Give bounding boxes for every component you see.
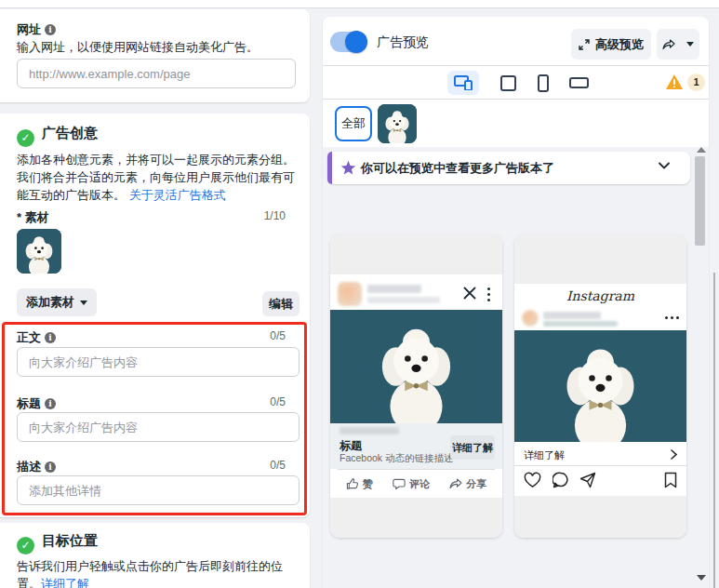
instagram-logo: Instagram (514, 288, 686, 303)
format-landscape-button[interactable] (563, 71, 594, 95)
body-field-label-row: 正文 (17, 328, 56, 346)
info-icon[interactable] (45, 461, 56, 473)
caret-down-icon (80, 301, 87, 305)
toggle-knob (345, 31, 367, 53)
destination-title: 目标位置 (42, 532, 98, 548)
format-all-devices-button[interactable] (447, 71, 479, 95)
comment-button[interactable]: 评论 (393, 477, 430, 491)
instagram-ad-image (514, 330, 686, 442)
title-field-counter: 0/5 (270, 395, 286, 408)
tab-all-label: 全部 (341, 115, 366, 132)
window-scrollbar-thumb[interactable] (713, 273, 715, 588)
instagram-preview-card: Instagram 详细了解 (514, 234, 686, 538)
facebook-action-row: 赞 评论 分享 (330, 470, 502, 498)
advanced-preview-label: 高级预览 (595, 36, 644, 53)
ad-preview-toggle-label: 广告预览 (377, 34, 429, 51)
like-button[interactable]: 赞 (346, 477, 373, 491)
edit-button[interactable]: 编辑 (262, 291, 300, 316)
info-icon[interactable] (45, 398, 56, 409)
tab-all-versions[interactable]: 全部 (335, 106, 372, 141)
expand-icon (579, 39, 590, 50)
preview-panel: 广告预览 高级预览 (323, 17, 709, 588)
instagram-divider (514, 465, 686, 466)
share-button[interactable] (657, 29, 699, 60)
share-arrow-icon (449, 478, 462, 489)
instagram-preview-chrome (514, 234, 686, 284)
material-label-row: * 素材 (17, 208, 49, 226)
scrollbar-up-arrow[interactable] (697, 147, 706, 153)
redacted-sponsored-label (367, 297, 440, 303)
info-icon[interactable] (45, 332, 56, 343)
destination-card: 目标位置 告诉我们用户轻触或点击你的广告后即刻前往的位置。详细了解 (0, 523, 310, 588)
scrollbar-down-arrow[interactable] (697, 575, 706, 581)
bookmark-icon[interactable] (664, 472, 677, 488)
close-icon[interactable] (463, 287, 476, 300)
description-field-input[interactable] (17, 475, 300, 505)
scrollbar-thumb[interactable] (695, 156, 705, 246)
material-counter: 1/10 (264, 209, 286, 222)
banner-accent-bar (327, 152, 332, 184)
ad-creative-card: 广告创意 添加各种创意元素，并将可以一起展示的元素分组。我们将合并合适的元素，向… (0, 114, 310, 517)
format-square-button[interactable] (492, 71, 524, 95)
comment-label: 评论 (409, 477, 430, 491)
url-input[interactable] (17, 59, 296, 88)
edit-label: 编辑 (269, 297, 293, 311)
warning-icon[interactable] (665, 74, 684, 90)
format-row-divider (323, 99, 709, 100)
ads-manager-screen: 网址 输入网址，以便使用网站链接自动美化广告。 广告创意 添加各种创意元素，并将… (0, 0, 719, 588)
ad-preview-toggle[interactable] (330, 32, 367, 52)
advanced-preview-button[interactable]: 高级预览 (571, 29, 651, 60)
share-icon (662, 39, 675, 50)
facebook-cta-button[interactable]: 详细了解 (450, 435, 495, 460)
title-field-label: 标题 (17, 396, 41, 410)
description-field-counter: 0/5 (270, 459, 286, 472)
creative-description: 添加各种创意元素，并将可以一起展示的元素分组。我们将合并合适的元素，向每位用户展… (17, 151, 298, 204)
body-field-counter: 0/5 (270, 329, 286, 342)
info-icon[interactable] (45, 24, 56, 35)
url-label: 网址 (17, 22, 41, 36)
facebook-preview-chrome (330, 234, 502, 274)
body-field-input[interactable] (17, 347, 300, 377)
description-field-label-row: 描述 (17, 458, 56, 475)
check-circle-icon (17, 129, 34, 147)
material-thumbnail[interactable] (17, 229, 61, 274)
banner-text: 你可以在预览中查看更多广告版本了 (361, 160, 554, 177)
redacted-account-name (543, 312, 601, 319)
comment-bubble-icon[interactable] (553, 472, 569, 488)
caret-down-icon (686, 42, 694, 47)
devices-icon (454, 75, 473, 90)
toolbar-divider (323, 65, 709, 66)
url-help-text: 输入网址，以便使用网站链接自动美化广告。 (17, 38, 259, 56)
check-circle-icon (17, 537, 34, 555)
facebook-link-area: 标题 Facebook 动态的链接描述 详细了解 (330, 423, 502, 469)
learn-more-link[interactable]: 详细了解 (41, 577, 89, 588)
url-card: 网址 输入网址，以便使用网站链接自动美化广告。 (0, 9, 310, 102)
instagram-cta-row[interactable]: 详细了解 (514, 442, 686, 465)
like-icon (346, 477, 359, 490)
redacted-avatar (338, 282, 362, 306)
kebab-menu-icon[interactable] (665, 316, 679, 319)
top-divider (0, 0, 719, 8)
chevron-down-icon[interactable] (659, 162, 670, 169)
body-field-label: 正文 (17, 330, 41, 344)
tab-creative-thumbnail[interactable] (378, 104, 417, 143)
flexible-format-link[interactable]: 关于灵活广告格式 (129, 188, 226, 202)
like-label: 赞 (363, 477, 373, 491)
creative-header: 广告创意 (17, 125, 98, 147)
instagram-cta-label: 详细了解 (524, 448, 565, 462)
share-post-button[interactable]: 分享 (449, 477, 486, 491)
redacted-avatar (522, 310, 539, 327)
facebook-link-description: Facebook 动态的链接描述 (340, 452, 454, 465)
title-field-input[interactable] (17, 412, 300, 442)
star-icon (340, 160, 356, 176)
paper-plane-icon[interactable] (579, 472, 596, 488)
comment-icon (393, 478, 406, 490)
heart-icon[interactable] (524, 472, 541, 488)
more-versions-banner[interactable]: 你可以在预览中查看更多广告版本了 (327, 152, 690, 184)
kebab-menu-icon[interactable] (487, 287, 490, 301)
warning-count-badge[interactable]: 1 (687, 74, 705, 91)
facebook-preview-chrome-bottom (330, 498, 502, 538)
add-material-button[interactable]: 添加素材 (17, 288, 97, 316)
format-portrait-button[interactable] (527, 71, 559, 95)
instagram-action-row (514, 472, 686, 496)
